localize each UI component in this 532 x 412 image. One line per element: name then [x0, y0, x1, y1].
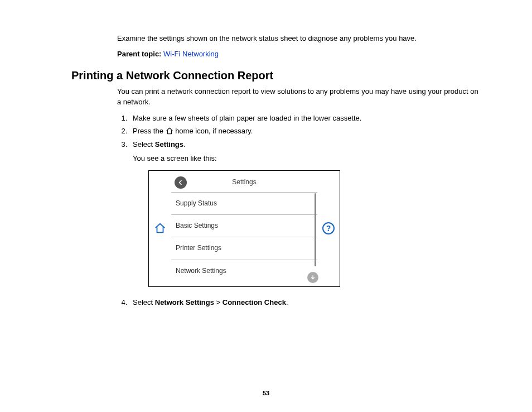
lcd-help-icon: ?: [322, 222, 335, 234]
parent-topic-label: Parent topic:: [117, 50, 161, 58]
step-3: Select Settings. You see a screen like t…: [129, 139, 482, 286]
section-description: You can print a network connection repor…: [117, 87, 482, 107]
examine-paragraph: Examine the settings shown on the networ…: [117, 33, 482, 44]
lcd-back-icon: [175, 176, 187, 189]
step-2: Press the home icon, if necessary.: [129, 126, 482, 138]
parent-topic-line: Parent topic: Wi-Fi Networking: [117, 49, 482, 59]
lcd-home-icon: [154, 222, 166, 234]
lcd-screenshot: Settings Supply Status Basic Settings Pr…: [148, 170, 340, 287]
lcd-menu-item: Printer Settings: [171, 237, 317, 259]
lcd-title: Settings: [187, 177, 302, 188]
page-number: 53: [0, 390, 532, 396]
home-icon: [166, 127, 173, 138]
section-heading: Printing a Network Connection Report: [71, 69, 532, 82]
lcd-menu-item: Network Settings: [171, 260, 317, 282]
lcd-menu-item: Basic Settings: [171, 214, 317, 237]
parent-topic-link[interactable]: Wi-Fi Networking: [163, 50, 219, 58]
lcd-scrollbar: [315, 193, 316, 266]
lcd-menu-item: Supply Status: [171, 192, 317, 214]
lcd-scroll-down-icon: [307, 272, 318, 283]
step-1: Make sure a few sheets of plain paper ar…: [129, 113, 482, 124]
step-4: Select Network Settings > Connection Che…: [129, 297, 482, 309]
step-3-sub: You see a screen like this:: [133, 153, 482, 165]
